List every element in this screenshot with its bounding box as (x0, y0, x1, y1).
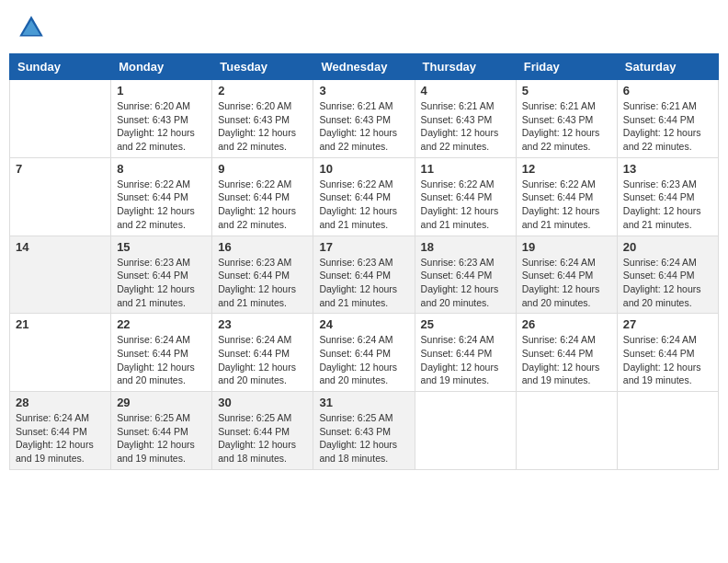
weekday-header: Wednesday (313, 54, 415, 80)
day-info: Sunrise: 6:25 AM Sunset: 6:44 PM Dayligh… (117, 411, 206, 465)
calendar-cell: 27Sunrise: 6:24 AM Sunset: 6:44 PM Dayli… (617, 314, 718, 392)
day-number: 31 (319, 396, 408, 409)
calendar-cell: 8Sunrise: 6:22 AM Sunset: 6:44 PM Daylig… (111, 157, 212, 236)
calendar-cell: 4Sunrise: 6:21 AM Sunset: 6:43 PM Daylig… (415, 80, 516, 158)
calendar-cell: 17Sunrise: 6:23 AM Sunset: 6:44 PM Dayli… (313, 236, 415, 314)
day-info: Sunrise: 6:21 AM Sunset: 6:44 PM Dayligh… (623, 99, 712, 154)
calendar-week-row: 2122Sunrise: 6:24 AM Sunset: 6:44 PM Day… (10, 314, 719, 392)
day-number: 28 (16, 396, 105, 409)
day-number: 14 (16, 240, 105, 254)
day-info: Sunrise: 6:23 AM Sunset: 6:44 PM Dayligh… (623, 178, 712, 232)
calendar-cell: 23Sunrise: 6:24 AM Sunset: 6:44 PM Dayli… (212, 314, 313, 392)
day-number: 25 (421, 317, 510, 331)
day-info: Sunrise: 6:22 AM Sunset: 6:44 PM Dayligh… (117, 178, 206, 232)
day-number: 26 (522, 317, 611, 331)
day-number: 29 (117, 396, 206, 409)
day-number: 17 (319, 240, 408, 254)
calendar-cell: 10Sunrise: 6:22 AM Sunset: 6:44 PM Dayli… (313, 157, 415, 236)
day-number: 1 (117, 84, 206, 98)
day-number: 4 (421, 84, 510, 98)
day-number: 16 (218, 240, 307, 254)
weekday-header: Saturday (617, 54, 718, 80)
calendar-cell: 26Sunrise: 6:24 AM Sunset: 6:44 PM Dayli… (516, 314, 617, 392)
day-number: 10 (319, 162, 408, 176)
day-info: Sunrise: 6:24 AM Sunset: 6:44 PM Dayligh… (117, 333, 206, 387)
weekday-header-row: SundayMondayTuesdayWednesdayThursdayFrid… (10, 54, 719, 80)
day-info: Sunrise: 6:24 AM Sunset: 6:44 PM Dayligh… (522, 256, 611, 310)
calendar-cell (617, 392, 718, 470)
calendar-cell: 2Sunrise: 6:20 AM Sunset: 6:43 PM Daylig… (212, 80, 313, 158)
calendar-cell (10, 80, 111, 158)
day-info: Sunrise: 6:20 AM Sunset: 6:43 PM Dayligh… (117, 99, 206, 154)
calendar-cell: 1Sunrise: 6:20 AM Sunset: 6:43 PM Daylig… (111, 80, 212, 158)
day-number: 11 (421, 162, 510, 176)
day-number: 5 (522, 84, 611, 98)
calendar-cell: 11Sunrise: 6:22 AM Sunset: 6:44 PM Dayli… (415, 157, 516, 236)
calendar-cell: 20Sunrise: 6:24 AM Sunset: 6:44 PM Dayli… (617, 236, 718, 314)
day-number: 24 (319, 317, 408, 331)
calendar-cell: 12Sunrise: 6:22 AM Sunset: 6:44 PM Dayli… (516, 157, 617, 236)
day-number: 3 (319, 84, 408, 98)
day-number: 19 (522, 240, 611, 254)
day-info: Sunrise: 6:25 AM Sunset: 6:43 PM Dayligh… (319, 411, 408, 465)
day-number: 7 (16, 162, 105, 176)
day-number: 8 (117, 162, 206, 176)
calendar-cell: 18Sunrise: 6:23 AM Sunset: 6:44 PM Dayli… (415, 236, 516, 314)
day-number: 9 (218, 162, 307, 176)
calendar-cell: 7 (10, 157, 111, 236)
day-number: 18 (421, 240, 510, 254)
day-info: Sunrise: 6:20 AM Sunset: 6:43 PM Dayligh… (218, 99, 307, 154)
calendar-cell: 24Sunrise: 6:24 AM Sunset: 6:44 PM Dayli… (313, 314, 415, 392)
day-info: Sunrise: 6:21 AM Sunset: 6:43 PM Dayligh… (319, 99, 408, 154)
weekday-header: Sunday (10, 54, 111, 80)
day-info: Sunrise: 6:24 AM Sunset: 6:44 PM Dayligh… (319, 333, 408, 387)
day-info: Sunrise: 6:24 AM Sunset: 6:44 PM Dayligh… (522, 333, 611, 387)
calendar-cell: 22Sunrise: 6:24 AM Sunset: 6:44 PM Dayli… (111, 314, 212, 392)
day-info: Sunrise: 6:21 AM Sunset: 6:43 PM Dayligh… (522, 99, 611, 154)
day-info: Sunrise: 6:24 AM Sunset: 6:44 PM Dayligh… (421, 333, 510, 387)
logo-icon (17, 13, 46, 42)
day-info: Sunrise: 6:22 AM Sunset: 6:44 PM Dayligh… (218, 178, 307, 232)
calendar-cell: 29Sunrise: 6:25 AM Sunset: 6:44 PM Dayli… (111, 392, 212, 470)
day-info: Sunrise: 6:23 AM Sunset: 6:44 PM Dayligh… (421, 256, 510, 310)
calendar-cell: 13Sunrise: 6:23 AM Sunset: 6:44 PM Dayli… (617, 157, 718, 236)
day-info: Sunrise: 6:24 AM Sunset: 6:44 PM Dayligh… (623, 256, 712, 310)
calendar-cell: 21 (10, 314, 111, 392)
calendar-cell: 19Sunrise: 6:24 AM Sunset: 6:44 PM Dayli… (516, 236, 617, 314)
day-info: Sunrise: 6:23 AM Sunset: 6:44 PM Dayligh… (117, 256, 206, 310)
calendar-week-row: 28Sunrise: 6:24 AM Sunset: 6:44 PM Dayli… (10, 392, 719, 470)
calendar-cell: 30Sunrise: 6:25 AM Sunset: 6:44 PM Dayli… (212, 392, 313, 470)
day-number: 13 (623, 162, 712, 176)
calendar-week-row: 78Sunrise: 6:22 AM Sunset: 6:44 PM Dayli… (10, 157, 719, 236)
calendar-cell: 28Sunrise: 6:24 AM Sunset: 6:44 PM Dayli… (10, 392, 111, 470)
calendar-cell (516, 392, 617, 470)
weekday-header: Tuesday (212, 54, 313, 80)
calendar-cell (415, 392, 516, 470)
page-header (9, 9, 719, 46)
weekday-header: Friday (516, 54, 617, 80)
calendar-cell: 14 (10, 236, 111, 314)
day-info: Sunrise: 6:22 AM Sunset: 6:44 PM Dayligh… (522, 178, 611, 232)
calendar-cell: 31Sunrise: 6:25 AM Sunset: 6:43 PM Dayli… (313, 392, 415, 470)
calendar-table: SundayMondayTuesdayWednesdayThursdayFrid… (9, 53, 719, 470)
day-info: Sunrise: 6:21 AM Sunset: 6:43 PM Dayligh… (421, 99, 510, 154)
calendar-cell: 16Sunrise: 6:23 AM Sunset: 6:44 PM Dayli… (212, 236, 313, 314)
day-number: 2 (218, 84, 307, 98)
day-number: 30 (218, 396, 307, 409)
calendar-cell: 6Sunrise: 6:21 AM Sunset: 6:44 PM Daylig… (617, 80, 718, 158)
weekday-header: Monday (111, 54, 212, 80)
day-info: Sunrise: 6:23 AM Sunset: 6:44 PM Dayligh… (218, 256, 307, 310)
calendar-cell: 3Sunrise: 6:21 AM Sunset: 6:43 PM Daylig… (313, 80, 415, 158)
day-number: 23 (218, 317, 307, 331)
day-number: 22 (117, 317, 206, 331)
logo (17, 13, 50, 42)
day-number: 27 (623, 317, 712, 331)
day-info: Sunrise: 6:23 AM Sunset: 6:44 PM Dayligh… (319, 256, 408, 310)
calendar-cell: 25Sunrise: 6:24 AM Sunset: 6:44 PM Dayli… (415, 314, 516, 392)
day-info: Sunrise: 6:25 AM Sunset: 6:44 PM Dayligh… (218, 411, 307, 465)
calendar-week-row: 1Sunrise: 6:20 AM Sunset: 6:43 PM Daylig… (10, 80, 719, 158)
day-number: 15 (117, 240, 206, 254)
calendar-cell: 5Sunrise: 6:21 AM Sunset: 6:43 PM Daylig… (516, 80, 617, 158)
calendar-cell: 9Sunrise: 6:22 AM Sunset: 6:44 PM Daylig… (212, 157, 313, 236)
day-number: 12 (522, 162, 611, 176)
